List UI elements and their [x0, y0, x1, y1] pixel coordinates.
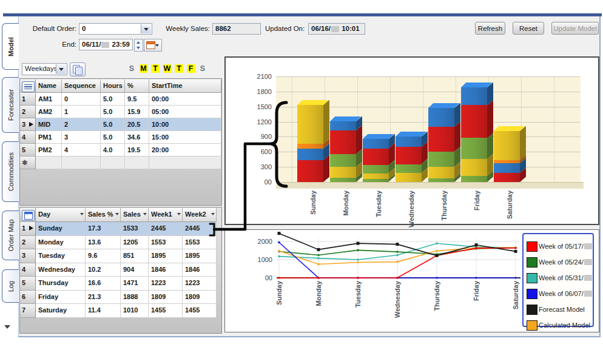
- reset-button[interactable]: Reset: [513, 22, 544, 35]
- cell[interactable]: 9.6: [86, 249, 121, 263]
- cell[interactable]: 5.0: [101, 131, 125, 144]
- grid-row-mid[interactable]: 3MID25.020.510:00: [20, 118, 221, 131]
- cell[interactable]: 13.6: [86, 236, 121, 250]
- cell[interactable]: AM1: [36, 93, 62, 106]
- calendar-picker-button[interactable]: [144, 39, 162, 52]
- cell[interactable]: [149, 157, 221, 169]
- period-select[interactable]: Weekdays: [22, 63, 67, 75]
- grid-row-monday[interactable]: 2Monday13.6120515531553: [20, 236, 221, 250]
- cell[interactable]: 1471: [121, 277, 149, 291]
- cell[interactable]: MID: [36, 118, 62, 131]
- cell[interactable]: 17.3: [86, 222, 121, 236]
- column-header-sales-[interactable]: Sales %: [86, 208, 121, 222]
- grid-row-pm1[interactable]: 4PM135.034.615:00: [20, 131, 221, 144]
- column-header-week2[interactable]: Week2: [183, 208, 217, 222]
- column-header--[interactable]: %: [125, 79, 149, 93]
- cell[interactable]: 0: [62, 93, 101, 106]
- cell[interactable]: 15.9: [125, 106, 149, 118]
- day-letter-w[interactable]: W: [163, 64, 172, 73]
- bar-friday[interactable]: [461, 87, 487, 182]
- cell[interactable]: [36, 157, 62, 169]
- grid-corner-cell[interactable]: [20, 208, 36, 222]
- cell[interactable]: 904: [121, 263, 149, 277]
- grid-row-saturday[interactable]: 7Saturday11.4101014551455: [20, 304, 221, 318]
- cell[interactable]: 19.5: [125, 144, 149, 157]
- tab-commodities[interactable]: Commodities: [2, 141, 19, 202]
- cell[interactable]: 1846: [183, 263, 217, 277]
- cell[interactable]: 1223: [183, 277, 217, 291]
- cell[interactable]: 9.5: [125, 93, 149, 106]
- day-letter-f[interactable]: F: [187, 64, 195, 73]
- cell[interactable]: 1: [62, 106, 101, 118]
- spin-down-icon[interactable]: [135, 46, 143, 52]
- cell[interactable]: Wednesday: [36, 263, 86, 277]
- cell[interactable]: [125, 157, 149, 169]
- column-header-name[interactable]: Name: [36, 79, 62, 93]
- refresh-button[interactable]: Refresh: [475, 22, 505, 35]
- cell[interactable]: 1010: [121, 304, 149, 318]
- cell[interactable]: 1895: [183, 249, 217, 263]
- cell[interactable]: 1846: [149, 263, 183, 277]
- cell[interactable]: 5.0: [101, 118, 125, 131]
- cell[interactable]: 5.0: [101, 106, 125, 118]
- grid-row-wednesday[interactable]: 4Wednesday10.290418461846: [20, 263, 221, 277]
- cell[interactable]: 1455: [183, 304, 217, 318]
- cell[interactable]: 1455: [149, 304, 183, 318]
- tab-log[interactable]: Log: [2, 269, 19, 303]
- cell[interactable]: Saturday: [36, 304, 86, 318]
- cell[interactable]: 5.0: [101, 93, 125, 106]
- day-letter-m[interactable]: M: [140, 64, 148, 73]
- tab-order-map[interactable]: Order Map: [2, 211, 19, 260]
- grid-row-tuesday[interactable]: 3Tuesday9.685118951895: [20, 249, 221, 263]
- new-row[interactable]: ✱: [20, 157, 221, 169]
- column-header-sales[interactable]: Sales: [121, 208, 149, 222]
- cell[interactable]: 00:00: [149, 93, 221, 106]
- cell[interactable]: 05:00: [149, 106, 221, 118]
- row-header[interactable]: 3: [20, 249, 36, 263]
- cell[interactable]: 1205: [121, 236, 149, 250]
- new-row-header[interactable]: ✱: [20, 157, 36, 169]
- cell[interactable]: 10.2: [86, 263, 121, 277]
- cell[interactable]: 1809: [183, 291, 217, 305]
- cell[interactable]: 21.3: [86, 291, 121, 305]
- cell[interactable]: 15:00: [149, 131, 221, 144]
- day-letter-s[interactable]: S: [127, 64, 136, 73]
- column-header-sequence[interactable]: Sequence: [62, 79, 101, 93]
- chevron-down-icon[interactable]: [141, 24, 151, 33]
- row-header[interactable]: 4: [20, 131, 36, 144]
- cell[interactable]: Friday: [36, 291, 86, 305]
- column-header-day[interactable]: Day: [36, 208, 86, 222]
- end-date-input[interactable]: 06/11/ 23:59: [79, 39, 133, 50]
- tab-forecaster[interactable]: Forecaster: [2, 77, 19, 133]
- grid-corner-cell[interactable]: [20, 79, 36, 93]
- cell[interactable]: 20.5: [125, 118, 149, 131]
- row-header[interactable]: 2: [20, 106, 36, 118]
- row-header[interactable]: 5: [20, 277, 36, 291]
- spin-up-icon[interactable]: [135, 39, 143, 46]
- tab-scroll-down-icon[interactable]: [4, 325, 10, 329]
- cell[interactable]: 20:00: [149, 144, 221, 157]
- bar-saturday[interactable]: [494, 131, 520, 182]
- bar-wednesday[interactable]: [396, 136, 422, 182]
- row-header[interactable]: 7: [20, 304, 36, 318]
- cell[interactable]: 1553: [183, 236, 217, 250]
- cell[interactable]: Tuesday: [36, 249, 86, 263]
- grid-row-am2[interactable]: 2AM215.015.905:00: [20, 106, 221, 118]
- cell[interactable]: 2: [62, 118, 101, 131]
- grid-row-pm2[interactable]: 5PM244.019.520:00: [20, 144, 221, 157]
- bar-monday[interactable]: [330, 121, 356, 182]
- cell[interactable]: 1533: [121, 222, 149, 236]
- row-header[interactable]: 1: [20, 93, 36, 106]
- cell[interactable]: 11.4: [86, 304, 121, 318]
- row-header[interactable]: 1: [20, 222, 36, 236]
- cell[interactable]: Sunday: [36, 222, 86, 236]
- column-header-week1[interactable]: Week1: [149, 208, 183, 222]
- default-order-select[interactable]: 0: [79, 23, 152, 35]
- cell[interactable]: 1809: [149, 291, 183, 305]
- row-header[interactable]: 4: [20, 263, 36, 277]
- cell[interactable]: 4.0: [101, 144, 125, 157]
- bar-tuesday[interactable]: [363, 139, 389, 182]
- cell[interactable]: 16.6: [86, 277, 121, 291]
- row-header[interactable]: 5: [20, 144, 36, 157]
- day-letter-t[interactable]: T: [151, 64, 160, 73]
